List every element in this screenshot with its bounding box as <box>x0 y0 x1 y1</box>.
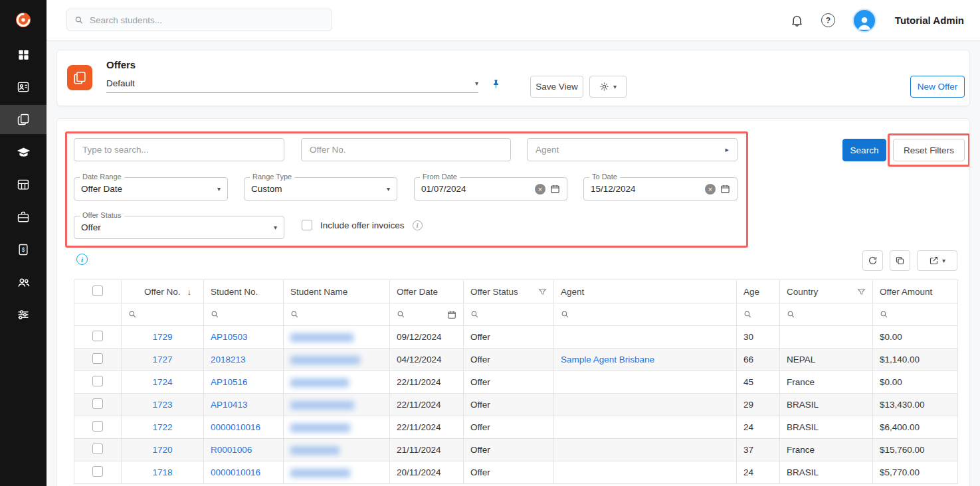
offer-amount-cell: $1,140.00 <box>873 349 958 371</box>
filter-country[interactable] <box>780 303 873 326</box>
row-checkbox[interactable] <box>92 421 103 432</box>
column-header-country[interactable]: Country <box>780 280 873 303</box>
column-header-student-name[interactable]: Student Name <box>284 280 390 303</box>
pin-view-button[interactable] <box>490 78 502 92</box>
export-button[interactable]: ▾ <box>917 250 957 271</box>
view-settings-button[interactable]: ▾ <box>589 76 627 98</box>
student-no-link[interactable]: AP10516 <box>211 377 248 387</box>
grid-info-icon[interactable]: i <box>76 254 88 265</box>
row-checkbox[interactable] <box>92 331 103 341</box>
search-button[interactable]: Search <box>842 139 886 161</box>
reset-filters-button[interactable]: Reset Filters <box>893 139 965 161</box>
table-row[interactable]: 1727 2018213 04/12/2024 Offer Sample Age… <box>74 349 958 371</box>
clear-icon[interactable]: × <box>535 184 545 195</box>
calendar-icon[interactable] <box>550 184 560 194</box>
table-row[interactable]: 1720 R0001006 21/11/2024 Offer 37 France… <box>74 439 958 461</box>
calendar-icon[interactable] <box>447 310 456 319</box>
sidebar-item-timetable[interactable] <box>0 170 47 199</box>
help-icon[interactable]: ? <box>821 13 835 27</box>
student-no-link[interactable]: 2018213 <box>211 355 246 364</box>
filter-offer-amount[interactable] <box>873 303 958 326</box>
student-no-link[interactable]: AP10503 <box>211 332 248 342</box>
sidebar-item-settings[interactable] <box>0 300 47 329</box>
offer-no-link[interactable]: 1727 <box>152 355 172 364</box>
offer-no-link[interactable]: 1718 <box>152 467 172 477</box>
table-row[interactable]: 1724 AP10516 22/11/2024 Offer 45 France … <box>74 371 958 394</box>
user-name[interactable]: Tutorial Admin <box>895 15 964 26</box>
column-header-student-no[interactable]: Student No. <box>204 280 284 303</box>
copy-button[interactable] <box>890 250 910 271</box>
table-row[interactable]: 1723 AP10413 22/11/2024 Offer 29 BRASIL … <box>74 394 958 416</box>
filter-offer-status[interactable] <box>464 303 554 326</box>
filter-agent[interactable] <box>554 303 737 326</box>
sidebar-item-invoices[interactable]: $ <box>0 235 47 264</box>
filter-offer-no[interactable] <box>122 303 204 326</box>
offer-amount-cell: $15,760.00 <box>873 439 958 461</box>
info-icon: i <box>413 220 423 230</box>
offer-no-link[interactable]: 1722 <box>152 422 172 432</box>
student-no-link[interactable]: AP10413 <box>211 400 248 410</box>
date-range-select[interactable]: Date Range Offer Date ▾ <box>74 177 228 201</box>
column-header-offer-status[interactable]: Offer Status <box>464 280 554 303</box>
to-date-field[interactable]: To Date 15/12/2024 × <box>583 177 737 201</box>
country-cell: BRASIL <box>780 461 873 484</box>
select-all-checkbox[interactable] <box>92 285 103 296</box>
filter-offer-date[interactable] <box>390 303 464 326</box>
notifications-button[interactable] <box>790 13 804 27</box>
row-checkbox[interactable] <box>92 466 103 477</box>
sidebar-item-services[interactable] <box>0 202 47 232</box>
new-offer-button[interactable]: New Offer <box>910 76 965 98</box>
refresh-button[interactable] <box>862 250 883 271</box>
column-header-offer-amount[interactable]: Offer Amount <box>873 280 958 303</box>
from-date-field[interactable]: From Date 01/07/2024 × <box>414 177 567 201</box>
student-no-link[interactable]: 0000010016 <box>211 467 260 477</box>
sidebar-item-agents[interactable] <box>0 268 47 297</box>
avatar[interactable] <box>852 9 876 33</box>
row-checkbox[interactable] <box>92 376 103 386</box>
row-checkbox[interactable] <box>92 353 103 364</box>
sidebar-item-courses[interactable] <box>0 137 47 167</box>
row-checkbox[interactable] <box>92 444 103 454</box>
timetable-icon <box>17 178 30 191</box>
user-icon <box>856 14 873 31</box>
table-row[interactable]: 1722 0000010016 22/11/2024 Offer 24 BRAS… <box>74 416 958 439</box>
table-row[interactable]: 1718 0000010016 20/11/2024 Offer 24 BRAS… <box>74 461 958 484</box>
calendar-icon[interactable] <box>720 184 730 194</box>
save-view-button[interactable]: Save View <box>530 76 583 98</box>
agent-link[interactable]: Sample Agent Brisbane <box>561 355 654 364</box>
offer-status-cell: Offer <box>464 326 554 349</box>
filter-funnel-icon[interactable] <box>538 287 547 296</box>
global-search-input[interactable] <box>90 15 324 25</box>
column-header-offer-no[interactable]: Offer No.↓ <box>122 280 204 303</box>
offer-no-link[interactable]: 1729 <box>152 332 172 342</box>
students-icon <box>17 80 30 94</box>
row-checkbox[interactable] <box>92 398 103 409</box>
column-header-age[interactable]: Age <box>737 280 780 303</box>
offer-no-link[interactable]: 1723 <box>152 400 172 410</box>
filter-funnel-icon[interactable] <box>857 287 866 296</box>
clear-icon[interactable]: × <box>705 184 716 195</box>
sidebar-item-offers[interactable] <box>0 105 47 134</box>
offer-no-input[interactable] <box>301 138 511 161</box>
agent-dropdown[interactable]: Agent ▸ <box>527 138 737 161</box>
column-header-agent[interactable]: Agent <box>554 280 737 303</box>
offer-no-link[interactable]: 1724 <box>152 377 172 387</box>
sidebar-item-students[interactable] <box>0 72 47 102</box>
global-search-box[interactable] <box>66 9 332 31</box>
offer-status-select[interactable]: Offer Status Offer ▾ <box>74 216 284 239</box>
filter-age[interactable] <box>737 303 780 326</box>
student-no-link[interactable]: 0000010016 <box>211 422 260 432</box>
sidebar-item-dashboard[interactable] <box>0 40 47 69</box>
filter-student-no[interactable] <box>204 303 284 326</box>
range-type-select[interactable]: Range Type Custom ▾ <box>244 177 397 201</box>
filter-student-name[interactable] <box>284 303 390 326</box>
type-to-search-input[interactable] <box>74 138 284 161</box>
student-no-link[interactable]: R0001006 <box>211 445 252 455</box>
column-header-offer-date[interactable]: Offer Date <box>390 280 464 303</box>
table-row[interactable]: 1729 AP10503 09/12/2024 Offer 30 $0.00 <box>74 326 958 349</box>
app-logo[interactable] <box>0 0 47 40</box>
offer-no-link[interactable]: 1720 <box>152 445 172 455</box>
view-selector[interactable]: Default ▾ <box>106 74 478 93</box>
agent-cell <box>554 371 737 394</box>
include-offer-invoices-checkbox[interactable] <box>302 220 312 230</box>
